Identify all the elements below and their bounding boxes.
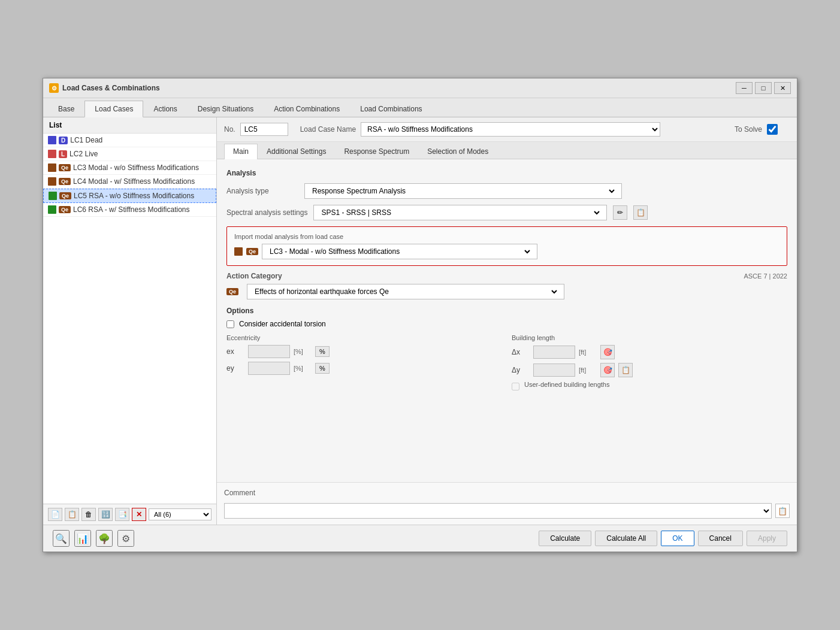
- user-defined-checkbox[interactable]: [512, 383, 519, 390]
- sub-tab-additional-settings[interactable]: Additional Settings: [258, 144, 335, 159]
- calculate-all-button[interactable]: Calculate All: [595, 531, 657, 546]
- all-select-dropdown[interactable]: All (6): [149, 508, 211, 520]
- copy-item-button[interactable]: 📋: [65, 508, 79, 521]
- new-item-button[interactable]: 📄: [48, 508, 62, 521]
- delta-y-row: Δy [ft] 🎯 📋: [512, 363, 787, 377]
- tab-actions[interactable]: Actions: [143, 101, 187, 117]
- ex-unit: [%]: [294, 348, 312, 355]
- tree-icon-button[interactable]: 🌳: [96, 530, 113, 547]
- numbers-icon-button[interactable]: 📊: [74, 530, 91, 547]
- color-indicator: [49, 192, 57, 200]
- minimize-button[interactable]: ─: [736, 82, 753, 94]
- ey-input[interactable]: [248, 362, 290, 375]
- delta-x-label: Δx: [512, 348, 530, 356]
- action-category-dropdown[interactable]: Effects of horizontal earthquake forces …: [247, 284, 564, 299]
- bottom-icons: 🔍 📊 🌳 ⚙: [53, 530, 134, 547]
- analysis-type-label: Analysis type: [226, 187, 298, 195]
- action-category-select[interactable]: Effects of horizontal earthquake forces …: [252, 287, 559, 296]
- consider-torsion-row: Consider accidental torsion: [226, 320, 787, 328]
- tab-base[interactable]: Base: [48, 101, 84, 117]
- color-indicator: [48, 177, 56, 186]
- sub-tab-selection-of-modes[interactable]: Selection of Modes: [418, 144, 497, 159]
- item-label: LC1 Dead: [70, 136, 102, 144]
- main-content: List D LC1 Dead L LC2 Live Qe: [43, 117, 797, 525]
- spectral-copy-button[interactable]: 📋: [633, 205, 648, 220]
- ey-pct-badge: %: [315, 363, 330, 374]
- analysis-type-dropdown[interactable]: Response Spectrum Analysis: [304, 183, 622, 199]
- list-header: List: [43, 117, 216, 134]
- no-label: No.: [224, 125, 235, 134]
- load-case-name-label: Load Case Name: [300, 125, 356, 134]
- color-indicator: [48, 163, 56, 172]
- delta-y-input[interactable]: [533, 364, 575, 377]
- main-window: ⚙ Load Cases & Combinations ─ □ ✕ Base L…: [43, 78, 797, 552]
- color-indicator: [48, 205, 56, 214]
- window-icon: ⚙: [49, 83, 59, 93]
- delta-y-select-btn[interactable]: 🎯: [600, 363, 615, 377]
- list-item-selected[interactable]: Qe LC5 RSA - w/o Stiffness Modifications: [43, 189, 216, 203]
- analysis-type-select[interactable]: Response Spectrum Analysis: [310, 186, 617, 196]
- color-indicator: [48, 150, 56, 158]
- delete-all-button[interactable]: ✕: [132, 508, 146, 521]
- comment-copy-button[interactable]: 📋: [775, 504, 790, 518]
- maximize-button[interactable]: □: [755, 82, 772, 94]
- no-input[interactable]: [240, 123, 288, 136]
- ex-row: ex [%] %: [226, 345, 502, 358]
- sub-tab-main[interactable]: Main: [224, 144, 258, 159]
- import-modal-dropdown[interactable]: LC3 - Modal - w/o Stiffness Modification…: [262, 244, 537, 259]
- asce-label: ASCE 7 | 2022: [744, 272, 787, 280]
- item-label: LC4 Modal - w/ Stiffness Modifications: [73, 177, 195, 186]
- delete-item-button[interactable]: 🗑: [81, 508, 96, 521]
- item-label: LC6 RSA - w/ Stiffness Modifications: [73, 205, 190, 214]
- options-title: Options: [226, 307, 253, 315]
- tab-action-combinations[interactable]: Action Combinations: [264, 101, 350, 117]
- ex-input[interactable]: [248, 345, 290, 358]
- delta-copy-btn[interactable]: 📋: [618, 363, 633, 377]
- spectral-select[interactable]: SPS1 - SRSS | SRSS: [319, 208, 602, 217]
- tab-load-combinations[interactable]: Load Combinations: [350, 101, 432, 117]
- ex-pct-badge: %: [315, 346, 330, 357]
- type-badge: Qe: [59, 164, 71, 171]
- to-solve-checkbox[interactable]: [767, 124, 778, 135]
- name-group: Load Case Name RSA - w/o Stiffness Modif…: [300, 122, 660, 137]
- eccentricity-label: Eccentricity: [226, 334, 502, 341]
- spectral-dropdown[interactable]: SPS1 - SRSS | SRSS: [313, 205, 607, 220]
- delta-x-select-btn[interactable]: 🎯: [600, 345, 615, 359]
- tab-load-cases[interactable]: Load Cases: [84, 101, 143, 117]
- delta-x-input[interactable]: [533, 346, 575, 359]
- list-item[interactable]: D LC1 Dead: [43, 134, 216, 147]
- spectral-edit-button[interactable]: ✏: [613, 205, 627, 220]
- sub-tab-response-spectrum[interactable]: Response Spectrum: [335, 144, 418, 159]
- all-select[interactable]: All (6): [149, 508, 211, 520]
- comment-dropdown[interactable]: [224, 503, 772, 519]
- close-button[interactable]: ✕: [774, 82, 791, 94]
- load-case-name-select[interactable]: RSA - w/o Stiffness Modifications: [361, 122, 660, 137]
- delta-y-label: Δy: [512, 366, 530, 374]
- title-controls[interactable]: ─ □ ✕: [736, 82, 791, 94]
- right-panel: No. Load Case Name RSA - w/o Stiffness M…: [217, 117, 797, 525]
- cancel-button[interactable]: Cancel: [698, 531, 743, 546]
- action-category-header-row: Action Category ASCE 7 | 2022: [226, 272, 787, 280]
- delta-y-unit: [ft]: [579, 367, 597, 374]
- consider-torsion-checkbox[interactable]: [226, 320, 234, 328]
- list-items: D LC1 Dead L LC2 Live Qe LC3 Modal - w/o…: [43, 134, 216, 504]
- list-item[interactable]: Qe LC4 Modal - w/ Stiffness Modification…: [43, 175, 216, 189]
- type-badge: Qe: [59, 192, 71, 199]
- import-modal-select[interactable]: LC3 - Modal - w/o Stiffness Modification…: [267, 247, 532, 256]
- tab-design-situations[interactable]: Design Situations: [188, 101, 264, 117]
- search-icon-button[interactable]: 🔍: [53, 530, 70, 547]
- type-badge: D: [59, 137, 68, 144]
- comment-label-row: Comment: [224, 489, 790, 497]
- calculate-button[interactable]: Calculate: [539, 531, 591, 546]
- list-item[interactable]: Qe LC3 Modal - w/o Stiffness Modificatio…: [43, 161, 216, 175]
- apply-button[interactable]: Apply: [747, 531, 787, 546]
- renumber-button[interactable]: 🔢: [98, 508, 113, 521]
- list-item[interactable]: Qe LC6 RSA - w/ Stiffness Modifications: [43, 203, 216, 217]
- duplicate-button[interactable]: 📑: [115, 508, 129, 521]
- list-item[interactable]: L LC2 Live: [43, 147, 216, 161]
- ok-button[interactable]: OK: [661, 531, 694, 546]
- settings-icon-button[interactable]: ⚙: [117, 530, 134, 547]
- comment-section: Comment 📋: [217, 482, 797, 525]
- title-bar: ⚙ Load Cases & Combinations ─ □ ✕: [43, 78, 797, 98]
- options-divider: Options: [226, 307, 787, 315]
